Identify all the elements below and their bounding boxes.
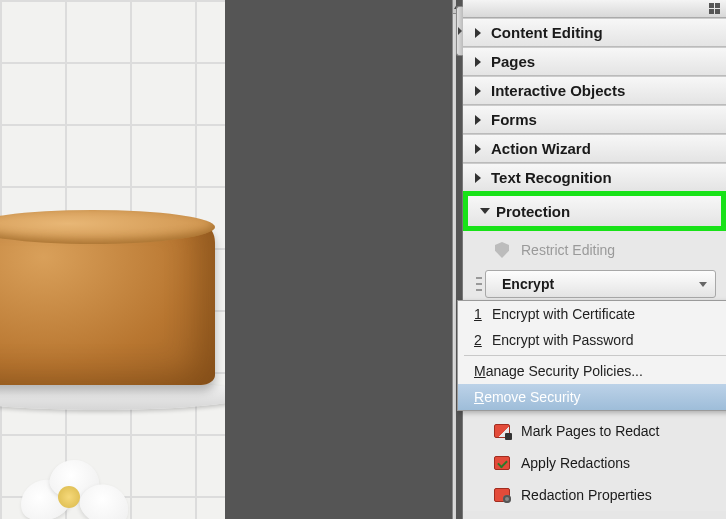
grip-icon bbox=[476, 277, 482, 291]
chevron-down-icon bbox=[480, 208, 490, 214]
menu-item-label: Manage Security Policies... bbox=[474, 363, 643, 379]
dropdown-label: Encrypt bbox=[502, 276, 554, 292]
protection-section: Restrict Editing Encrypt 1 Encrypt with … bbox=[463, 230, 726, 511]
chevron-right-icon bbox=[475, 57, 481, 67]
chevron-right-icon bbox=[475, 144, 481, 154]
shield-icon bbox=[493, 241, 511, 259]
menu-item-label: Encrypt with Password bbox=[492, 332, 634, 348]
item-label: Restrict Editing bbox=[521, 242, 615, 258]
redact-properties-icon bbox=[493, 486, 511, 504]
redact-mark-icon bbox=[493, 422, 511, 440]
accordion-label: Content Editing bbox=[491, 24, 603, 41]
accordion-text-recognition[interactable]: Text Recognition bbox=[463, 163, 726, 192]
redaction-properties[interactable]: Redaction Properties bbox=[463, 479, 726, 511]
tools-panel: Content Editing Pages Interactive Object… bbox=[462, 0, 726, 519]
accordion-label: Protection bbox=[496, 203, 570, 220]
highlight-annotation: Protection bbox=[463, 191, 726, 231]
apply-redactions[interactable]: Apply Redactions bbox=[463, 447, 726, 479]
accordion-label: Pages bbox=[491, 53, 535, 70]
accordion-content-editing[interactable]: Content Editing bbox=[463, 18, 726, 47]
manage-security-policies[interactable]: Manage Security Policies... bbox=[458, 358, 726, 384]
document-scrollbar[interactable] bbox=[452, 0, 456, 519]
chevron-right-icon bbox=[475, 115, 481, 125]
item-label: Apply Redactions bbox=[521, 455, 630, 471]
accordion-action-wizard[interactable]: Action Wizard bbox=[463, 134, 726, 163]
chevron-down-icon bbox=[699, 282, 707, 287]
restrict-editing-item: Restrict Editing bbox=[463, 234, 726, 266]
accordion-forms[interactable]: Forms bbox=[463, 105, 726, 134]
chevron-right-icon bbox=[475, 173, 481, 183]
menu-separator bbox=[464, 355, 726, 356]
document-preview bbox=[0, 0, 225, 519]
encrypt-with-password[interactable]: 2 Encrypt with Password bbox=[458, 327, 726, 353]
menu-item-label: Encrypt with Certificate bbox=[492, 306, 635, 322]
menu-item-label: Remove Security bbox=[474, 389, 581, 405]
accordion-interactive-objects[interactable]: Interactive Objects bbox=[463, 76, 726, 105]
accordion-protection[interactable]: Protection bbox=[468, 196, 721, 226]
encrypt-with-certificate[interactable]: 1 Encrypt with Certificate bbox=[458, 301, 726, 327]
panel-options-icon[interactable] bbox=[709, 3, 720, 14]
accordion-label: Text Recognition bbox=[491, 169, 612, 186]
accordion-label: Action Wizard bbox=[491, 140, 591, 157]
encrypt-menu: 1 Encrypt with Certificate 2 Encrypt wit… bbox=[457, 300, 726, 411]
accordion-label: Interactive Objects bbox=[491, 82, 625, 99]
item-label: Redaction Properties bbox=[521, 487, 652, 503]
accordion-pages[interactable]: Pages bbox=[463, 47, 726, 76]
redact-apply-icon bbox=[493, 454, 511, 472]
accelerator: 2 bbox=[474, 332, 482, 348]
item-label: Mark Pages to Redact bbox=[521, 423, 660, 439]
accordion-label: Forms bbox=[491, 111, 537, 128]
remove-security[interactable]: Remove Security bbox=[458, 384, 726, 410]
panel-header bbox=[463, 0, 726, 18]
chevron-right-icon bbox=[475, 86, 481, 96]
chevron-right-icon bbox=[475, 28, 481, 38]
encrypt-dropdown[interactable]: Encrypt bbox=[485, 270, 716, 298]
mark-pages-to-redact[interactable]: Mark Pages to Redact bbox=[463, 415, 726, 447]
panel-collapse-handle[interactable] bbox=[456, 6, 463, 56]
accelerator: 1 bbox=[474, 306, 482, 322]
